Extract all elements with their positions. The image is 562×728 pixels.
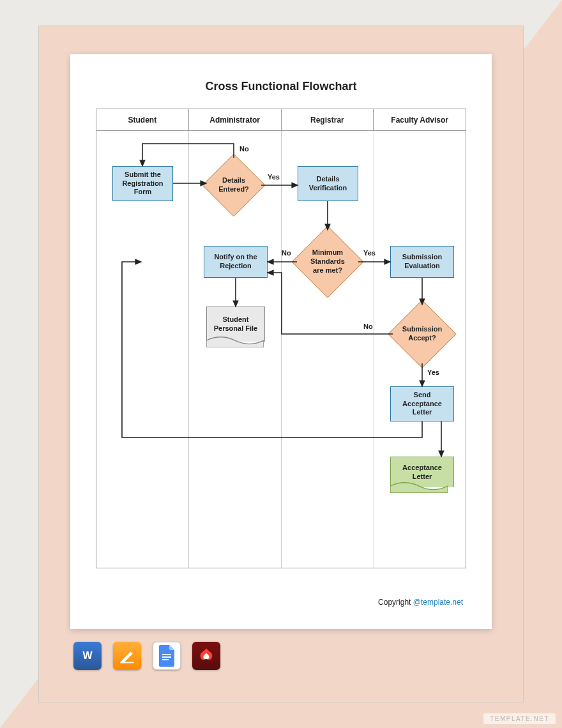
swimlane-chart: Student Administrator Registrar Faculty … [96,109,466,568]
document-page: Cross Functional Flowchart Student Admin… [70,54,492,629]
node-send-acceptance-letter: Send Acceptance Letter [390,386,454,421]
google-docs-icon[interactable] [153,642,181,670]
pdf-icon[interactable] [192,642,220,670]
page-title: Cross Functional Flowchart [70,80,492,93]
edge-label-entered-no: No [239,145,249,153]
svg-rect-2 [162,654,171,655]
edge-label-standards-no: No [282,249,291,257]
lane-header-faculty-advisor: Faculty Advisor [374,109,466,130]
lane-headers: Student Administrator Registrar Faculty … [96,109,466,131]
node-notify-rejection: Notify on the Rejection [204,246,268,278]
lane-header-administrator: Administrator [189,109,282,130]
lanes-body: Submit the Registration Form Details Ent… [96,131,466,568]
svg-rect-3 [162,656,171,658]
node-acceptance-letter: Acceptance Letter [390,457,454,487]
word-icon[interactable]: W [73,642,102,670]
node-submission-evaluation: Submission Evaluation [390,246,454,278]
node-details-verification: Details Verification [298,166,358,201]
copyright-line: Copyright @template.net [378,598,463,607]
node-details-entered-label: Details Entered? [211,176,256,194]
edge-label-standards-yes: Yes [363,249,376,257]
node-student-personal-file: Student Personal File [206,307,265,342]
watermark: TEMPLATE.NET [483,713,556,724]
edge-label-accept-yes: Yes [427,368,439,376]
pages-icon[interactable] [113,642,141,670]
svg-rect-1 [120,662,134,664]
node-submission-accept-label: Submission Accept? [398,325,446,343]
node-submit-registration: Submit the Registration Form [112,166,173,201]
edge-label-entered-yes: Yes [268,173,280,181]
node-minimum-standards: Minimum Standards are met? [302,236,353,287]
node-submission-accept: Submission Accept? [398,310,446,358]
copyright-link[interactable]: @template.net [413,598,463,607]
copyright-label: Copyright [378,598,413,607]
node-minimum-standards-label: Minimum Standards are met? [302,248,353,275]
svg-rect-4 [162,659,169,660]
node-acceptance-letter-label: Acceptance Letter [393,464,451,482]
lane-header-registrar: Registrar [282,109,374,130]
node-details-entered: Details Entered? [211,163,256,208]
lane-header-student: Student [96,109,189,130]
format-icon-row: W [73,642,220,670]
node-student-personal-file-label: Student Personal File [209,315,262,333]
edge-label-accept-no: No [363,322,373,330]
